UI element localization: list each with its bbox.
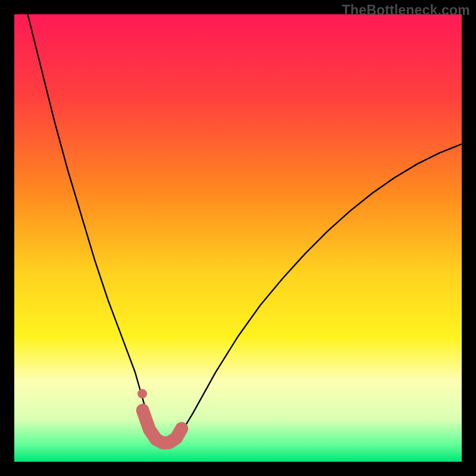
gradient-background (14, 14, 462, 462)
marker-dot-icon (137, 389, 147, 399)
chart-frame (14, 14, 462, 462)
bottleneck-chart (14, 14, 462, 462)
watermark-label: TheBottleneck.com (342, 2, 470, 18)
